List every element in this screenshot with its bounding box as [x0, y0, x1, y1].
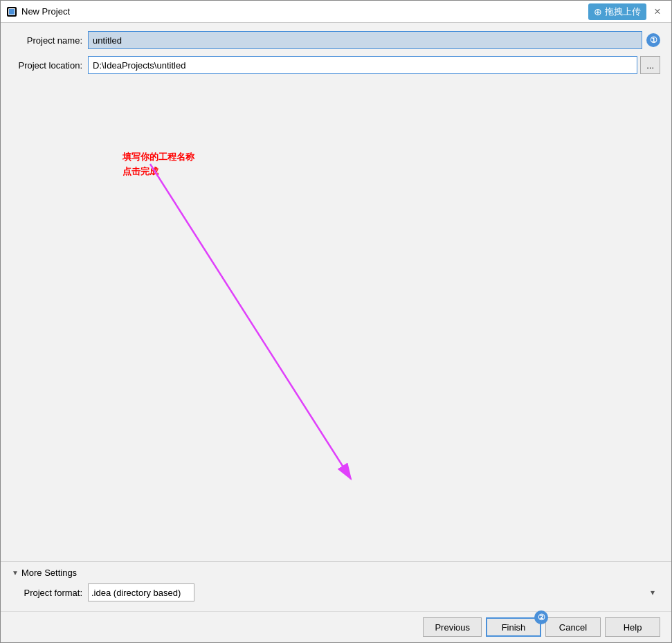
annotation-text: 填写你的工程名称 点击完成	[122, 150, 194, 179]
project-location-input[interactable]	[88, 56, 637, 74]
finish-button-wrapper: Finish ②	[486, 617, 541, 637]
step2-badge: ②	[534, 610, 548, 624]
browse-button[interactable]: ...	[640, 56, 660, 74]
project-format-row: Project format: .idea (directory based) …	[12, 583, 660, 601]
project-name-label: Project name:	[12, 35, 88, 46]
help-button[interactable]: Help	[605, 617, 660, 637]
previous-button[interactable]: Previous	[423, 617, 482, 637]
annotation-line2: 点击完成	[122, 165, 194, 179]
project-format-select[interactable]: .idea (directory based) Eclipse (directo…	[88, 583, 194, 601]
project-format-label: Project format:	[12, 588, 88, 598]
finish-button[interactable]: Finish	[486, 617, 541, 637]
project-location-row: Project location: ...	[12, 56, 660, 74]
idea-icon	[6, 6, 17, 17]
new-project-dialog: New Project ⊕ 拖拽上传 × Project name: ① Pro…	[0, 0, 672, 643]
dialog-title: New Project	[21, 6, 70, 17]
project-name-input[interactable]	[88, 31, 642, 49]
svg-rect-2	[9, 9, 15, 15]
project-name-row: Project name: ①	[12, 31, 660, 49]
project-location-label: Project location:	[12, 60, 88, 71]
content-area: Project name: ① Project location: ... 填写…	[1, 23, 671, 561]
upload-button[interactable]: ⊕ 拖拽上传	[588, 3, 646, 20]
cancel-button[interactable]: Cancel	[545, 617, 601, 637]
annotation-line1: 填写你的工程名称	[122, 150, 194, 165]
upload-icon: ⊕	[594, 6, 602, 17]
settings-triangle: ▼	[12, 569, 19, 577]
upload-label: 拖拽上传	[605, 6, 641, 18]
button-bar: Previous Finish ② Cancel Help	[1, 611, 671, 642]
project-format-select-wrapper: .idea (directory based) Eclipse (directo…	[88, 583, 660, 601]
title-bar-left: New Project	[6, 6, 70, 17]
annotation-arrow	[150, 164, 351, 479]
close-button[interactable]: ×	[649, 3, 666, 20]
settings-section: ▼ More Settings Project format: .idea (d…	[1, 561, 671, 611]
title-bar: New Project ⊕ 拖拽上传 ×	[1, 1, 671, 23]
settings-label: More Settings	[21, 568, 77, 578]
step1-badge: ①	[646, 33, 660, 47]
arrow-overlay	[12, 81, 660, 561]
annotation-area: 填写你的工程名称 点击完成	[12, 81, 660, 561]
settings-header[interactable]: ▼ More Settings	[12, 568, 660, 578]
